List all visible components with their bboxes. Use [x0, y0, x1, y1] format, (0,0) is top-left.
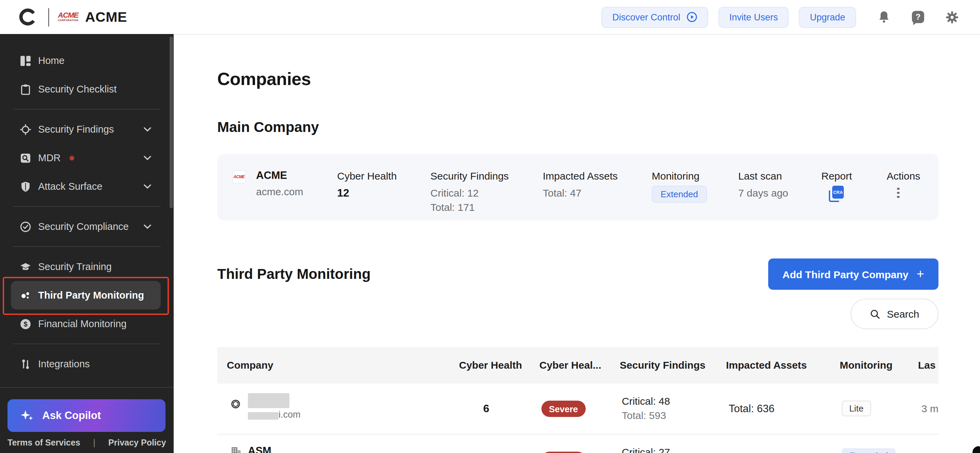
last-scan-column: Last scan 7 days ago — [738, 170, 788, 199]
help-icon[interactable]: ? — [911, 10, 925, 24]
sidebar-item-attack-surface[interactable]: Attack Surface — [0, 172, 173, 201]
company-name: ASM — [248, 445, 271, 453]
sparkles-icon — [21, 409, 33, 422]
main-content: Companies Main Company ACME ACME acme.co… — [173, 35, 980, 453]
sidebar-bottom-panel: Ask Copilot Terms of Services | Privacy … — [0, 387, 173, 453]
building-icon — [230, 445, 242, 453]
company-knot-logo-icon — [230, 399, 241, 412]
sidebar-divider — [13, 206, 161, 207]
monitoring-badge: Extended — [842, 448, 896, 453]
last-scan-cell: 3 m — [921, 383, 939, 434]
dollar-circle-icon: $ — [19, 318, 31, 330]
dots-cluster-icon — [19, 289, 31, 301]
privacy-link[interactable]: Privacy Policy — [108, 438, 166, 448]
header-actions: Discover Control Invite Users Upgrade — [591, 6, 959, 27]
chevron-down-icon — [144, 184, 151, 189]
cyber-health-column: Cyber Health 12 — [337, 170, 397, 199]
findings-critical: Critical: 12 — [430, 187, 509, 199]
findings-total: Total: 171 — [430, 201, 509, 213]
monitoring-cell: Lite — [842, 401, 871, 416]
home-icon — [19, 54, 31, 67]
redacted-company-name — [248, 393, 290, 408]
chevron-down-icon — [144, 224, 151, 229]
col-monitoring[interactable]: Monitoring — [840, 347, 892, 383]
severity-badge: Severe — [541, 401, 585, 417]
main-company-card[interactable]: ACME ACME acme.com Cyber Health 12 Secur… — [217, 154, 939, 220]
notifications-bell-icon[interactable] — [877, 10, 891, 24]
company-logo: ACME — [233, 171, 245, 183]
company-name-block: ACME acme.com — [256, 169, 303, 197]
impacted-total: Total: 47 — [543, 187, 618, 199]
col-last-scan[interactable]: Las — [918, 347, 936, 383]
last-scan-value: 7 days ago — [738, 187, 788, 199]
table-header-row: Company Cyber Health Cyber Heal... Secur… — [217, 347, 939, 383]
third-party-section-title: Third Party Monitoring — [217, 266, 371, 283]
chevron-down-icon — [144, 155, 151, 160]
mdr-search-icon — [19, 152, 31, 164]
play-circle-icon — [686, 11, 697, 22]
header-icon-group: ? — [877, 10, 959, 24]
severity-badge: Severe — [541, 451, 585, 453]
check-circle-icon — [19, 220, 31, 233]
col-impacted-assets[interactable]: Impacted Assets — [726, 347, 807, 383]
top-header: ACME CORPORATION ACME Discover Control I… — [0, 0, 980, 35]
impacted-assets-cell: Total: 636 — [729, 383, 774, 434]
company-domain: i.com — [278, 409, 301, 420]
sidebar-item-security-checklist[interactable]: Security Checklist — [0, 75, 173, 103]
sidebar-item-home[interactable]: Home — [0, 46, 173, 75]
acme-corporation-logo: ACME CORPORATION — [58, 11, 78, 22]
actions-column: Actions — [887, 170, 920, 198]
terms-link[interactable]: Terms of Services — [8, 438, 80, 448]
monitoring-badge: Extended — [652, 186, 707, 203]
sidebar-scrollbar[interactable] — [170, 37, 173, 208]
col-company[interactable]: Company — [227, 347, 274, 383]
sidebar-item-integrations[interactable]: Integrations — [0, 350, 173, 378]
search-row: Search — [217, 299, 939, 329]
sidebar-divider — [13, 109, 161, 109]
table-row[interactable]: ASM & 3 more domains 7 Severe Critical: … — [217, 435, 939, 453]
discover-control-button[interactable]: Discover Control — [601, 6, 708, 27]
monitoring-cell: Extended — [842, 448, 896, 453]
upgrade-button[interactable]: Upgrade — [799, 6, 856, 27]
report-cra-icon[interactable]: CRA — [829, 186, 844, 202]
invite-users-button[interactable]: Invite Users — [719, 6, 789, 27]
footer-separator: | — [93, 438, 96, 448]
add-third-party-company-button[interactable]: Add Third Party Company + — [768, 258, 939, 290]
cyber-health-value: 7 — [456, 435, 517, 453]
sidebar-item-financial-monitoring[interactable]: $ Financial Monitoring — [0, 309, 173, 338]
sidebar-divider — [13, 246, 161, 247]
sidebar-item-mdr[interactable]: MDR — [0, 144, 173, 172]
clipboard-icon — [19, 83, 31, 95]
ask-copilot-button[interactable]: Ask Copilot — [8, 399, 165, 432]
company-domain: acme.com — [256, 186, 303, 197]
sidebar-item-third-party-monitoring[interactable]: Third Party Monitoring — [11, 281, 161, 309]
third-party-table: Company Cyber Health Cyber Heal... Secur… — [217, 347, 939, 453]
sidebar-divider — [13, 344, 161, 344]
col-cyber-health-2[interactable]: Cyber Heal... — [539, 347, 601, 383]
col-cyber-health[interactable]: Cyber Health — [459, 347, 522, 383]
cyber-health-value: 6 — [456, 383, 517, 434]
security-findings-cell: Critical: 27 Total: 1177 — [622, 445, 671, 453]
sidebar-item-security-compliance[interactable]: Security Compliance — [0, 212, 173, 241]
security-findings-column: Security Findings Critical: 12 Total: 17… — [430, 170, 509, 213]
cyber-health-value: 12 — [337, 187, 397, 199]
sidebar-item-security-findings[interactable]: Security Findings — [0, 115, 173, 144]
settings-gear-icon[interactable] — [945, 10, 959, 24]
page-title: Companies — [217, 70, 939, 90]
impacted-assets-cell: Total: 839 — [729, 435, 774, 453]
actions-menu-icon[interactable] — [891, 188, 905, 198]
chevron-down-icon — [144, 127, 151, 131]
brand-name: ACME — [85, 9, 127, 25]
sidebar-item-security-training[interactable]: Security Training — [0, 252, 173, 281]
table-row[interactable]: i.com 6 Severe Critical: 48 Total: 593 T… — [217, 383, 939, 435]
monitoring-column: Monitoring Extended — [652, 170, 707, 203]
security-findings-cell: Critical: 48 Total: 593 — [622, 394, 670, 422]
header-divider — [48, 8, 49, 26]
platform-logo-icon[interactable] — [18, 8, 37, 26]
search-input[interactable]: Search — [851, 299, 939, 329]
col-security-findings[interactable]: Security Findings — [620, 347, 706, 383]
app-root: ACME CORPORATION ACME Discover Control I… — [0, 0, 980, 453]
report-column: Report CRA — [821, 170, 852, 202]
main-company-section-title: Main Company — [217, 118, 939, 135]
sidebar-nav: Home Security Checklist Sec — [0, 34, 173, 407]
